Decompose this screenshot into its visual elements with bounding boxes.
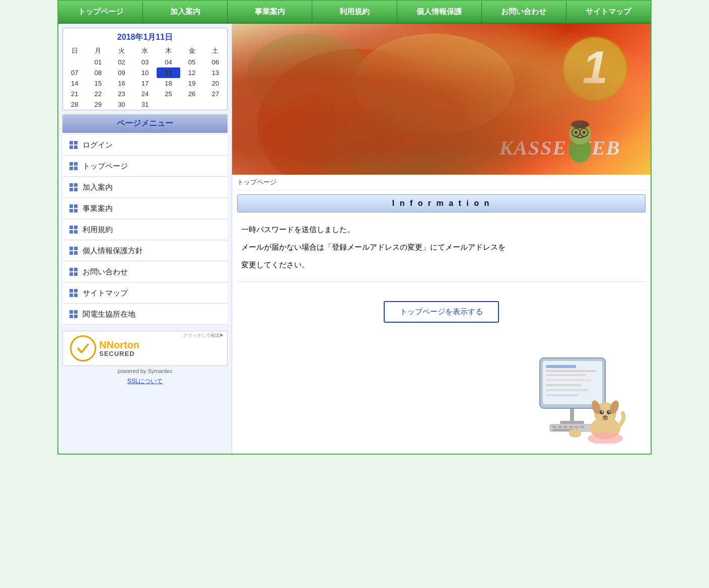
grid-icon <box>68 267 79 277</box>
cal-day: 14 <box>63 78 87 89</box>
sidebar-item-location[interactable]: 関電生協所在地 <box>62 304 228 325</box>
sidebar-item-label: 関電生協所在地 <box>83 310 135 319</box>
cal-day: 02 <box>110 57 133 67</box>
cal-day: 17 <box>133 78 157 89</box>
cal-weekday-fri: 金 <box>180 45 204 57</box>
norton-secured-text: SECURED <box>99 350 139 357</box>
sidebar-item-terms[interactable]: 利用規約 <box>62 219 228 240</box>
cal-weekday-wed: 水 <box>133 45 157 57</box>
info-message-3: 変更してください。 <box>241 256 642 273</box>
norton-section: クリックして確認▶ NNorton SECURED powered by Sym… <box>62 331 228 386</box>
nav-contact[interactable]: お問い合わせ <box>482 1 566 23</box>
svg-rect-26 <box>546 374 586 376</box>
svg-point-51 <box>573 429 577 433</box>
cal-day: 29 <box>87 99 110 110</box>
sidebar-item-label: 事業案内 <box>83 204 113 213</box>
nav-sitemap[interactable]: サイトマップ <box>566 1 651 23</box>
food-decoration <box>232 24 651 175</box>
cal-day <box>203 99 227 110</box>
grid-icon <box>68 182 79 192</box>
grid-icon <box>68 246 79 256</box>
sidebar-item-label: サイトマップ <box>83 288 128 298</box>
svg-rect-33 <box>558 426 562 428</box>
cal-day: 27 <box>203 89 227 99</box>
ssl-link[interactable]: SSLについて <box>127 377 163 386</box>
nav-privacy[interactable]: 個人情報保護 <box>397 1 482 23</box>
cal-weekday-thu: 木 <box>157 45 180 57</box>
svg-rect-20 <box>570 408 574 421</box>
nav-join[interactable]: 加入案内 <box>143 1 228 23</box>
cal-weekday-mon: 月 <box>87 45 110 57</box>
sidebar-item-label: ログイン <box>83 140 113 150</box>
cal-day: 06 <box>203 57 227 67</box>
sidebar-item-label: トップページ <box>83 162 128 171</box>
svg-rect-32 <box>552 426 556 428</box>
svg-rect-24 <box>546 365 576 368</box>
calendar: 2018年1月11日 日 月 火 水 木 金 土 <box>62 28 228 110</box>
sidebar-item-top[interactable]: トップページ <box>62 156 228 177</box>
svg-rect-28 <box>546 384 581 386</box>
cal-day: 18 <box>157 78 180 89</box>
grid-icon <box>68 140 79 150</box>
go-top-button[interactable]: トップページを表示する <box>384 301 499 323</box>
cal-day: 28 <box>63 99 87 110</box>
calendar-table: 日 月 火 水 木 金 土 01 02 <box>63 45 227 110</box>
sidebar-item-sitemap[interactable]: サイトマップ <box>62 283 228 304</box>
cal-day: 20 <box>203 78 227 89</box>
cal-day: 24 <box>133 89 157 99</box>
svg-rect-27 <box>546 379 591 381</box>
svg-point-46 <box>609 411 610 413</box>
cal-day: 25 <box>157 89 180 99</box>
dog-computer-illustration <box>525 343 635 444</box>
cal-day: 03 <box>133 57 157 67</box>
bottom-illustration <box>232 338 651 454</box>
breadcrumb: トップページ <box>232 175 651 190</box>
page-menu-title: ページメニュー <box>62 114 228 133</box>
sidebar: 2018年1月11日 日 月 火 水 木 金 土 <box>58 24 232 454</box>
svg-rect-34 <box>563 426 568 428</box>
cal-day: 19 <box>180 78 204 89</box>
nav-business[interactable]: 事業案内 <box>228 1 312 23</box>
cal-day: 30 <box>110 99 133 110</box>
svg-point-50 <box>569 430 573 434</box>
svg-rect-25 <box>546 370 596 372</box>
cal-day: 04 <box>157 57 180 67</box>
cal-day: 10 <box>133 67 157 78</box>
sidebar-item-business[interactable]: 事業案内 <box>62 198 228 219</box>
sidebar-item-contact[interactable]: お問い合わせ <box>62 262 228 282</box>
svg-rect-29 <box>546 389 589 391</box>
cal-day: 26 <box>180 89 204 99</box>
svg-rect-36 <box>575 426 579 428</box>
cal-weekday-tue: 火 <box>110 45 133 57</box>
info-message-2: メールが届かない場合は「登録メールアドレスの変更」にてメールアドレスを <box>241 238 642 256</box>
cal-day: 15 <box>87 78 110 89</box>
cal-day: 22 <box>87 89 110 99</box>
info-message-1: 一時パスワードを送信しました。 <box>241 220 642 238</box>
cal-day: 31 <box>133 99 157 110</box>
sidebar-item-privacy[interactable]: 個人情報保護方針 <box>62 241 228 261</box>
cal-day: 08 <box>87 67 110 78</box>
nav-terms[interactable]: 利用規約 <box>312 1 397 23</box>
sidebar-item-label: 個人情報保護方針 <box>83 246 143 256</box>
cal-day: 09 <box>110 67 133 78</box>
sidebar-item-label: 加入案内 <box>83 183 113 192</box>
cal-day: 23 <box>110 89 133 99</box>
nav-top[interactable]: トップページ <box>58 1 143 23</box>
go-top-button-area: トップページを表示する <box>232 286 651 338</box>
cal-day: 07 <box>63 67 87 78</box>
svg-rect-21 <box>560 421 584 424</box>
svg-point-52 <box>577 430 581 434</box>
cal-day <box>180 99 204 110</box>
svg-point-47 <box>603 415 608 418</box>
cal-day <box>63 57 87 67</box>
norton-brand-name: NNorton <box>99 340 139 350</box>
norton-badge[interactable]: クリックして確認▶ NNorton SECURED <box>62 331 228 366</box>
sidebar-item-join[interactable]: 加入案内 <box>62 177 228 198</box>
sidebar-item-label: 利用規約 <box>83 225 113 235</box>
calendar-title: 2018年1月11日 <box>63 28 227 45</box>
svg-rect-35 <box>569 426 573 428</box>
info-content: 一時パスワードを送信しました。 メールが届かない場合は「登録メールアドレスの変更… <box>237 212 646 282</box>
cal-weekday-sun: 日 <box>63 45 87 57</box>
norton-circle <box>70 335 96 361</box>
sidebar-item-login[interactable]: ログイン <box>62 135 228 156</box>
